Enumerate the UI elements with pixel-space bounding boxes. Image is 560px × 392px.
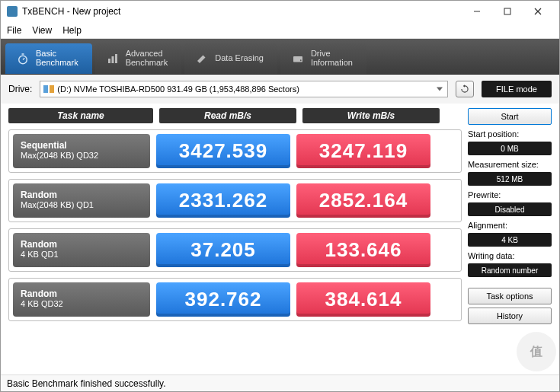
result-row: SequentialMax(2048 KB) QD323427.5393247.… (8, 129, 462, 173)
alignment-label: Alignment: (468, 221, 552, 230)
tab-advanced-benchmark[interactable]: Advanced Benchmark (95, 43, 182, 74)
refresh-icon (459, 84, 470, 94)
prewrite-value[interactable]: Disabled (468, 202, 552, 216)
svg-rect-8 (111, 56, 114, 63)
svg-rect-9 (115, 54, 117, 63)
prewrite-label: Prewrite: (468, 190, 552, 199)
task-cell: SequentialMax(2048 KB) QD32 (13, 134, 150, 168)
writing-data-label: Writing data: (468, 251, 552, 260)
disk-icon (43, 85, 54, 93)
tab-drive-information[interactable]: Drive Information (280, 43, 366, 74)
history-button[interactable]: History (468, 308, 552, 324)
writing-data-value[interactable]: Random number (468, 263, 552, 277)
erase-icon (195, 52, 209, 65)
result-row: Random4 KB QD137.205133.646 (8, 228, 462, 272)
titlebar: TxBENCH - New project (1, 1, 559, 22)
task-cell: RandomMax(2048 KB) QD1 (13, 183, 150, 218)
window-title: TxBENCH - New project (22, 6, 120, 17)
start-button[interactable]: Start (468, 108, 552, 125)
read-value: 2331.262 (156, 183, 290, 218)
header-task: Task name (8, 108, 153, 123)
menu-help[interactable]: Help (62, 25, 82, 36)
tab-bar: Basic Benchmark Advanced Benchmark Data … (1, 39, 559, 75)
refresh-button[interactable] (456, 81, 474, 97)
svg-rect-7 (108, 59, 110, 63)
svg-rect-1 (504, 8, 510, 14)
write-value: 384.614 (296, 282, 430, 317)
menu-view[interactable]: View (32, 25, 52, 36)
write-value: 133.646 (296, 233, 430, 267)
task-cell: Random4 KB QD1 (13, 233, 150, 267)
start-position-label: Start position: (468, 129, 552, 139)
tab-basic-benchmark[interactable]: Basic Benchmark (5, 43, 92, 74)
file-mode-button[interactable]: FILE mode (482, 81, 552, 97)
bar-chart-icon (106, 52, 120, 65)
svg-point-11 (300, 59, 302, 61)
svg-rect-10 (293, 56, 302, 62)
write-value: 2852.164 (296, 183, 430, 218)
drive-selected-text: (D:) NVMe TOSHIBA-RD500 931.49 GB (1,953… (57, 84, 299, 94)
status-text: Basic Benchmark finished successfully. (7, 378, 166, 389)
result-row: RandomMax(2048 KB) QD12331.2622852.164 (8, 179, 462, 222)
menubar: File View Help (1, 22, 559, 39)
results-area: Task name Read mB/s Write mB/s Sequentia… (8, 108, 462, 327)
drive-row: Drive: (D:) NVMe TOSHIBA-RD500 931.49 GB… (1, 75, 559, 104)
sidebar: Start Start position: 0 MB Measurement s… (468, 108, 552, 327)
watermark: 值 值 什么值得买 (517, 332, 556, 371)
read-value: 392.762 (156, 282, 290, 317)
svg-rect-6 (22, 53, 24, 55)
tab-data-erasing[interactable]: Data Erasing (184, 43, 277, 74)
task-options-button[interactable]: Task options (468, 288, 552, 304)
svg-line-5 (23, 58, 24, 59)
header-read: Read mB/s (159, 108, 296, 123)
measurement-size-value[interactable]: 512 MB (468, 172, 552, 186)
app-icon (7, 6, 18, 17)
task-cell: Random4 KB QD32 (13, 282, 150, 317)
read-value: 3427.539 (156, 134, 290, 168)
drive-select[interactable]: (D:) NVMe TOSHIBA-RD500 931.49 GB (1,953… (40, 81, 448, 97)
alignment-value[interactable]: 4 KB (468, 233, 552, 247)
start-position-value[interactable]: 0 MB (468, 142, 552, 155)
header-write: Write mB/s (302, 108, 440, 123)
status-bar: Basic Benchmark finished successfully. (1, 374, 559, 391)
result-row: Random4 KB QD32392.762384.614 (8, 278, 462, 321)
drive-label: Drive: (8, 84, 32, 94)
minimize-button[interactable] (462, 1, 492, 22)
maximize-button[interactable] (492, 1, 523, 22)
close-button[interactable] (523, 1, 553, 22)
drive-icon (291, 52, 305, 65)
measurement-size-label: Measurement size: (468, 160, 552, 169)
read-value: 37.205 (156, 233, 290, 267)
stopwatch-icon (16, 52, 30, 65)
write-value: 3247.119 (296, 134, 430, 168)
menu-file[interactable]: File (7, 25, 21, 36)
